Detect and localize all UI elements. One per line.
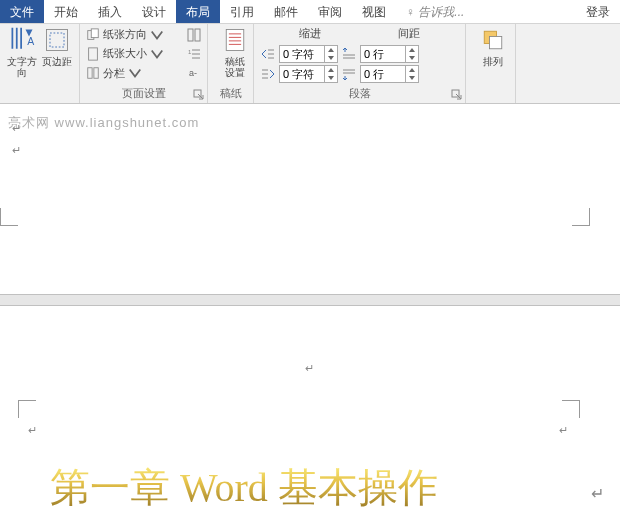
tab-review[interactable]: 审阅 bbox=[308, 0, 352, 23]
tab-view[interactable]: 视图 bbox=[352, 0, 396, 23]
manuscript-icon bbox=[221, 26, 249, 54]
document-area[interactable]: 亮术网 www.liangshunet.com ↵ ↵ ↵ ↵ ↵ 第一章 Wo… bbox=[0, 104, 620, 520]
svg-text:a-: a- bbox=[189, 68, 197, 78]
svg-rect-7 bbox=[91, 29, 98, 38]
svg-text:1: 1 bbox=[188, 49, 192, 55]
spin-up[interactable] bbox=[325, 46, 337, 54]
tab-design[interactable]: 设计 bbox=[132, 0, 176, 23]
page-gap bbox=[0, 294, 620, 306]
svg-text:A: A bbox=[27, 35, 34, 47]
chevron-down-icon bbox=[150, 28, 164, 42]
indent-header: 缩进 bbox=[260, 26, 360, 40]
svg-rect-1 bbox=[16, 28, 18, 49]
indent-right-icon bbox=[260, 66, 276, 82]
dialog-launcher-page-setup[interactable] bbox=[193, 89, 205, 101]
arrange-button[interactable]: 排列 bbox=[472, 26, 514, 82]
chevron-down-icon bbox=[150, 47, 164, 61]
group-page-setup-right: 纸张方向 纸张大小 1 分栏 a- bbox=[80, 24, 208, 103]
space-before-input[interactable] bbox=[360, 45, 419, 63]
margins-button[interactable]: 页边距 bbox=[42, 26, 74, 67]
spin-down[interactable] bbox=[325, 54, 337, 62]
ribbon-tabs: 文件 开始 插入 设计 布局 引用 邮件 审阅 视图 ♀ 告诉我... 登录 bbox=[0, 0, 620, 24]
manuscript-button[interactable]: 稿纸 设置 bbox=[214, 26, 256, 82]
paragraph-mark: ↵ bbox=[12, 144, 21, 157]
svg-rect-0 bbox=[11, 28, 13, 49]
size-button[interactable]: 纸张大小 1 bbox=[86, 45, 201, 62]
ribbon: A 文字方向 页边距 纸张方向 纸张大小 bbox=[0, 24, 620, 104]
paper-size-icon bbox=[86, 47, 100, 61]
group-label-page-setup: 页面设置 bbox=[86, 86, 201, 103]
spin-down[interactable] bbox=[406, 54, 418, 62]
spacing-header: 间距 bbox=[360, 26, 460, 40]
space-before-icon bbox=[341, 46, 357, 62]
chevron-down-icon bbox=[128, 66, 142, 80]
svg-rect-5 bbox=[50, 33, 64, 47]
tell-me-search[interactable]: ♀ 告诉我... bbox=[396, 0, 576, 23]
svg-rect-19 bbox=[226, 30, 244, 51]
tab-home[interactable]: 开始 bbox=[44, 0, 88, 23]
svg-rect-2 bbox=[20, 28, 22, 49]
indent-right-input[interactable] bbox=[279, 65, 338, 83]
group-arrange: 排列 bbox=[466, 24, 516, 103]
indent-left-input[interactable] bbox=[279, 45, 338, 63]
spin-down[interactable] bbox=[406, 74, 418, 82]
arrange-icon bbox=[479, 26, 507, 54]
breaks-icon[interactable] bbox=[187, 28, 201, 42]
space-after-input[interactable] bbox=[360, 65, 419, 83]
tab-references[interactable]: 引用 bbox=[220, 0, 264, 23]
text-direction-button[interactable]: A 文字方向 bbox=[6, 26, 38, 78]
group-label-paragraph: 段落 bbox=[260, 86, 459, 103]
document-heading[interactable]: 第一章 Word 基本操作 bbox=[50, 460, 438, 515]
svg-rect-10 bbox=[89, 48, 98, 60]
orientation-button[interactable]: 纸张方向 bbox=[86, 26, 201, 43]
svg-rect-36 bbox=[490, 37, 502, 49]
spin-up[interactable] bbox=[406, 46, 418, 54]
spin-up[interactable] bbox=[325, 66, 337, 74]
tab-mailings[interactable]: 邮件 bbox=[264, 0, 308, 23]
paragraph-mark: ↵ bbox=[305, 362, 314, 375]
page-corner bbox=[562, 400, 580, 418]
margins-icon bbox=[43, 26, 71, 54]
group-page-setup-left: A 文字方向 页边距 bbox=[0, 24, 80, 103]
page-corner bbox=[0, 208, 18, 226]
columns-button[interactable]: 分栏 a- bbox=[86, 65, 201, 82]
spin-up[interactable] bbox=[406, 66, 418, 74]
tab-layout[interactable]: 布局 bbox=[176, 0, 220, 23]
columns-icon bbox=[86, 66, 100, 80]
watermark-text: 亮术网 www.liangshunet.com bbox=[8, 114, 199, 132]
orientation-icon bbox=[86, 28, 100, 42]
paragraph-mark: ↵ bbox=[591, 484, 604, 503]
tab-insert[interactable]: 插入 bbox=[88, 0, 132, 23]
hyphenation-icon[interactable]: a- bbox=[187, 66, 201, 80]
spin-down[interactable] bbox=[325, 74, 337, 82]
line-numbers-icon[interactable]: 1 bbox=[187, 47, 201, 61]
page-corner bbox=[572, 208, 590, 226]
group-manuscript: 稿纸 设置 稿纸 bbox=[208, 24, 254, 103]
svg-rect-15 bbox=[88, 68, 92, 79]
dialog-launcher-paragraph[interactable] bbox=[451, 89, 463, 101]
page-corner bbox=[18, 400, 36, 418]
indent-left-icon bbox=[260, 46, 276, 62]
paragraph-mark: ↵ bbox=[12, 122, 21, 135]
tab-file[interactable]: 文件 bbox=[0, 0, 44, 23]
svg-rect-8 bbox=[188, 29, 193, 41]
group-paragraph: 缩进 间距 段落 bbox=[254, 24, 466, 103]
login-button[interactable]: 登录 bbox=[576, 0, 620, 23]
space-after-icon bbox=[341, 66, 357, 82]
svg-rect-16 bbox=[94, 68, 98, 79]
paragraph-mark: ↵ bbox=[28, 424, 37, 437]
text-direction-icon: A bbox=[8, 26, 36, 54]
paragraph-mark: ↵ bbox=[559, 424, 568, 437]
group-label-manuscript: 稿纸 bbox=[214, 86, 247, 103]
svg-rect-9 bbox=[195, 29, 200, 41]
